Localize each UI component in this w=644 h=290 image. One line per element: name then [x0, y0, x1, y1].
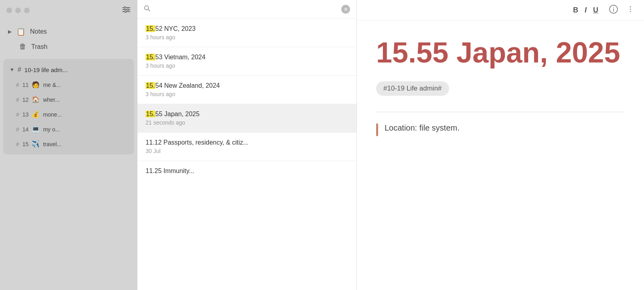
- bold-button[interactable]: B: [571, 4, 581, 16]
- section-header[interactable]: ▼ # 10-19 life adm...: [3, 62, 134, 77]
- italic-button[interactable]: I: [582, 4, 589, 16]
- item-label-4: travel...: [43, 141, 61, 147]
- result-time-4: 21 seconds ago: [146, 119, 348, 126]
- item-label-1: wher...: [43, 97, 59, 103]
- sidebar-item-trash[interactable]: 🗑 Trash: [0, 39, 137, 54]
- search-icon: [144, 5, 150, 13]
- notes-icon: 📋: [16, 27, 25, 36]
- sidebar-nav: ▶ 📋 Notes 🗑 Trash: [0, 21, 137, 57]
- item-hash-3: #: [16, 126, 19, 133]
- section-items: # 11 🧑 me &...# 12 🏠 wher...# 13 💰 mone.…: [3, 77, 134, 151]
- item-emoji-3: 💻: [32, 125, 40, 133]
- item-number-1: 12: [22, 97, 29, 103]
- result-title-1: 15.52 NYC, 2023: [146, 25, 348, 32]
- item-hash-1: #: [16, 97, 19, 103]
- svg-point-11: [630, 6, 631, 8]
- item-label-0: me &...: [43, 82, 61, 88]
- search-bar: 15. ✕: [138, 0, 356, 19]
- item-label-2: mone...: [43, 111, 62, 118]
- svg-point-3: [124, 6, 126, 8]
- info-button[interactable]: [609, 4, 618, 16]
- note-title: 15.55 Japan, 2025: [376, 37, 625, 68]
- item-hash-2: #: [16, 111, 19, 118]
- result-item-1[interactable]: 15.52 NYC, 2023 3 hours ago: [138, 19, 356, 47]
- item-emoji-4: ✈️: [32, 140, 40, 148]
- item-number-3: 14: [22, 126, 29, 133]
- search-clear-button[interactable]: ✕: [341, 5, 350, 14]
- trash-icon: 🗑: [19, 42, 26, 51]
- item-label-3: my o...: [43, 126, 60, 133]
- result-highlight-1: 15.: [146, 25, 155, 32]
- result-time-3: 3 hours ago: [146, 91, 348, 97]
- item-emoji-0: 🧑: [32, 81, 40, 89]
- result-suffix-4: 55 Japan, 2025: [155, 111, 199, 117]
- result-title-3: 15.54 New Zealand, 2024: [146, 82, 348, 89]
- section-chevron: ▼: [10, 67, 14, 72]
- sidebar-section: ▼ # 10-19 life adm... # 11 🧑 me &...# 12…: [3, 59, 134, 155]
- filter-icon[interactable]: [122, 5, 131, 16]
- section-label: 10-19 life adm...: [24, 66, 68, 73]
- svg-point-4: [127, 8, 129, 10]
- trash-label: Trash: [31, 43, 47, 50]
- item-emoji-1: 🏠: [32, 96, 40, 103]
- window-close[interactable]: [6, 8, 12, 13]
- result-title-2: 15.53 Vietnam, 2024: [146, 54, 348, 61]
- item-number-0: 11: [22, 82, 29, 88]
- note-tag[interactable]: #10-19 Life admin#: [376, 81, 449, 96]
- main-content: B I U 15.55 Japan, 2025 #10-19 Life admi…: [357, 0, 644, 290]
- svg-line-7: [148, 10, 150, 11]
- window-minimize[interactable]: [15, 8, 21, 13]
- middle-panel: 15. ✕ 15.52 NYC, 2023 3 hours ago 15.53 …: [137, 0, 357, 290]
- notes-label: Notes: [30, 28, 47, 35]
- blockquote-bar: [376, 123, 378, 136]
- section-icon: #: [18, 66, 21, 73]
- extra-title-2: 11.25 Immunity...: [146, 167, 348, 175]
- result-highlight-2: 15.: [146, 54, 155, 60]
- result-highlight-4: 15.: [146, 111, 155, 117]
- item-number-4: 15: [22, 141, 29, 147]
- main-toolbar: B I U: [357, 0, 644, 21]
- svg-point-10: [613, 7, 614, 8]
- search-input[interactable]: 15.: [154, 6, 338, 13]
- extra-result-2[interactable]: 11.25 Immunity...: [138, 161, 356, 183]
- result-item-4[interactable]: 15.55 Japan, 2025 21 seconds ago: [138, 104, 356, 133]
- result-title-4: 15.55 Japan, 2025: [146, 111, 348, 118]
- svg-point-5: [125, 10, 126, 12]
- item-hash-4: #: [16, 141, 19, 147]
- window-maximize[interactable]: [24, 8, 30, 13]
- note-body: 15.55 Japan, 2025 #10-19 Life admin# Loc…: [357, 21, 644, 290]
- result-suffix-2: 53 Vietnam, 2024: [155, 54, 205, 60]
- note-blockquote: Location: file system.: [376, 122, 625, 136]
- result-time-2: 3 hours ago: [146, 62, 348, 69]
- toolbar-formatting: B I U: [571, 4, 601, 16]
- section-item-0[interactable]: # 11 🧑 me &...: [5, 77, 132, 92]
- section-item-2[interactable]: # 13 💰 mone...: [5, 107, 132, 122]
- window-controls: [6, 8, 30, 13]
- results-list: 15.52 NYC, 2023 3 hours ago 15.53 Vietna…: [138, 19, 356, 290]
- underline-button[interactable]: U: [591, 4, 601, 16]
- section-item-1[interactable]: # 12 🏠 wher...: [5, 92, 132, 107]
- result-highlight-3: 15.: [146, 82, 155, 89]
- section-item-3[interactable]: # 14 💻 my o...: [5, 122, 132, 137]
- sidebar-item-notes[interactable]: ▶ 📋 Notes: [0, 24, 137, 39]
- sidebar-titlebar: [0, 0, 137, 21]
- svg-point-12: [630, 9, 631, 10]
- clear-icon: ✕: [344, 6, 348, 12]
- extra-time-1: 30 Jul: [146, 148, 348, 154]
- section-item-4[interactable]: # 15 ✈️ travel...: [5, 137, 132, 151]
- extra-result-1[interactable]: 11.12 Passports, residency, & citiz... 3…: [138, 133, 356, 161]
- result-item-3[interactable]: 15.54 New Zealand, 2024 3 hours ago: [138, 76, 356, 104]
- item-hash-0: #: [16, 82, 19, 88]
- extra-title-1: 11.12 Passports, residency, & citiz...: [146, 139, 348, 146]
- item-emoji-2: 💰: [32, 111, 40, 118]
- result-suffix-1: 52 NYC, 2023: [155, 25, 196, 32]
- more-button[interactable]: [626, 5, 634, 15]
- result-time-1: 3 hours ago: [146, 34, 348, 40]
- result-item-2[interactable]: 15.53 Vietnam, 2024 3 hours ago: [138, 47, 356, 76]
- item-number-2: 13: [22, 111, 29, 118]
- blockquote-text: Location: file system.: [385, 122, 460, 134]
- notes-arrow: ▶: [8, 29, 12, 34]
- result-suffix-3: 54 New Zealand, 2024: [155, 82, 220, 89]
- svg-point-13: [630, 11, 631, 12]
- note-divider: [376, 112, 625, 112]
